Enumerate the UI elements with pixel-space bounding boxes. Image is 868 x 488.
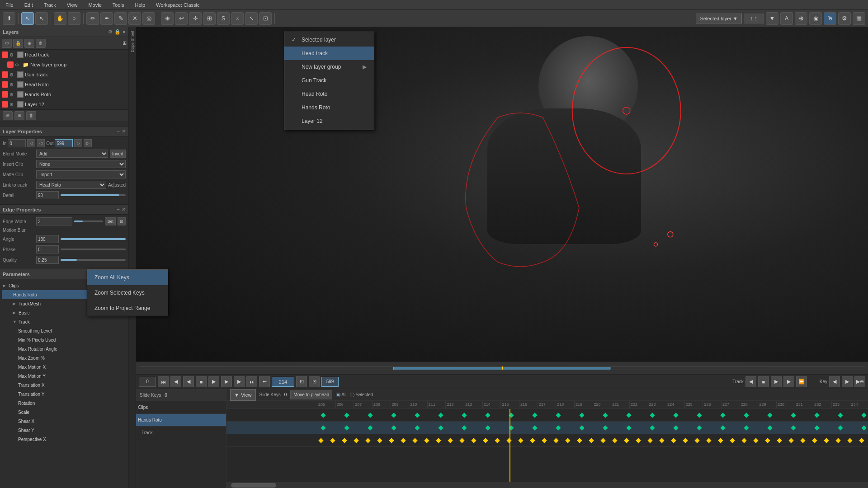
view-icon-3[interactable]: ◉ bbox=[809, 12, 822, 25]
dropdown-head-roto[interactable]: Head Roto bbox=[284, 87, 374, 101]
btn-stop[interactable]: ■ bbox=[196, 376, 207, 387]
layer-vis-gun-track[interactable] bbox=[2, 71, 8, 78]
btn-loop[interactable]: ↩ bbox=[259, 376, 270, 387]
param-shear-x[interactable]: Shear X bbox=[2, 417, 127, 426]
angle-input[interactable] bbox=[36, 235, 59, 243]
layer-item-head-roto[interactable]: ⚙ Head Roto bbox=[0, 80, 128, 89]
layer-vis-hands-roto[interactable] bbox=[2, 91, 8, 98]
btn-key-next[interactable]: ▶ bbox=[842, 376, 853, 387]
param-max-motion-y[interactable]: Max Motion Y bbox=[2, 371, 127, 380]
matte-clip-select[interactable]: Import bbox=[36, 170, 126, 178]
link-track-select[interactable]: Head Roto bbox=[36, 181, 106, 189]
in-slider-btn2[interactable]: ◁ bbox=[37, 139, 45, 147]
vtab-dope-sheet[interactable]: Dope Sheet bbox=[129, 29, 136, 54]
layer-color-btn[interactable]: ◉ bbox=[24, 39, 34, 48]
view-menu-zoom-selected[interactable]: Zoom Selected Keys bbox=[87, 285, 168, 300]
blend-mode-select[interactable]: Add bbox=[36, 150, 108, 158]
invert-btn[interactable]: Invert bbox=[110, 150, 126, 158]
dropdown-hands-roto[interactable]: Hands Roto bbox=[284, 101, 374, 114]
btn-step-fwd[interactable]: ▶ bbox=[221, 376, 232, 387]
layers-expand-icon[interactable]: ⊞ bbox=[123, 40, 127, 46]
layer-vis-new-group[interactable] bbox=[7, 61, 14, 68]
out-input[interactable] bbox=[55, 139, 73, 147]
dropdown-new-layer-group[interactable]: New layer group ▶ bbox=[284, 60, 374, 74]
param-track[interactable]: ▼ Track bbox=[2, 317, 127, 326]
btn-clip-out[interactable]: ⊡ bbox=[309, 376, 320, 387]
btn-key-prev[interactable]: ◀ bbox=[829, 376, 840, 387]
btn-track-play[interactable]: ▶ bbox=[771, 376, 782, 387]
btn-next-key[interactable]: ▶ bbox=[234, 376, 245, 387]
tool-link[interactable]: ⊕ bbox=[161, 12, 174, 25]
in-slider-btn[interactable]: ◁ bbox=[27, 139, 35, 147]
menu-file[interactable]: File bbox=[4, 1, 15, 9]
edge-props-min-icon[interactable]: − bbox=[117, 206, 120, 212]
layer-vis-layer12[interactable] bbox=[2, 101, 8, 108]
phase-slider[interactable] bbox=[61, 249, 126, 250]
detail-slider[interactable] bbox=[61, 194, 126, 196]
tool-s[interactable]: S bbox=[217, 12, 230, 25]
btn-track-prev[interactable]: ◀ bbox=[745, 376, 756, 387]
menu-tools[interactable]: Tools bbox=[111, 1, 126, 9]
layer-vis-head-track[interactable] bbox=[2, 52, 8, 58]
layer-bottom-btn2[interactable]: ⊕ bbox=[14, 111, 24, 120]
param-smoothing[interactable]: Smoothing Level bbox=[2, 326, 127, 335]
layer-del-btn[interactable]: 🗑 bbox=[36, 39, 46, 48]
tool-pencil[interactable]: ✎ bbox=[114, 12, 127, 25]
layer-item-hands-roto[interactable]: ⚙ Hands Roto bbox=[0, 89, 128, 99]
insert-clip-select[interactable]: None bbox=[36, 160, 126, 168]
timeline-scrollbar[interactable] bbox=[226, 482, 868, 488]
out-slider-btn[interactable]: ▷ bbox=[74, 139, 82, 147]
edge-width-input[interactable] bbox=[36, 217, 72, 225]
layer-props-close-icon[interactable]: ✕ bbox=[122, 128, 126, 134]
view-menu-zoom-all[interactable]: Zoom All Keys bbox=[87, 270, 168, 285]
btn-track-end[interactable]: ▶ bbox=[783, 376, 794, 387]
dropdown-gun-track[interactable]: Gun Track bbox=[284, 74, 374, 87]
current-frame-input[interactable] bbox=[272, 377, 294, 387]
edge-set-btn[interactable]: Set bbox=[105, 217, 116, 225]
btn-skip-to-start[interactable]: ⏮ bbox=[158, 376, 169, 387]
btn-key-end[interactable]: ▶⊕ bbox=[854, 376, 865, 387]
layer-item-layer12[interactable]: ⚙ Layer 12 bbox=[0, 99, 128, 109]
param-scale[interactable]: Scale bbox=[2, 408, 127, 417]
tool-curve[interactable]: ↩ bbox=[175, 12, 188, 25]
layers-color-icon[interactable]: ● bbox=[123, 29, 126, 35]
move-to-playhead-btn[interactable]: Move to playhead bbox=[290, 390, 332, 399]
edge-props-close-icon[interactable]: ✕ bbox=[122, 206, 126, 212]
btn-track-stop[interactable]: ■ bbox=[758, 376, 769, 387]
param-max-zoom[interactable]: Max Zoom % bbox=[2, 353, 127, 362]
layers-lock-icon[interactable]: 🔒 bbox=[114, 29, 121, 35]
layer-item-head-track[interactable]: ⚙ Head track bbox=[0, 50, 128, 60]
quality-slider[interactable] bbox=[61, 259, 126, 261]
view-icon-5[interactable]: ▦ bbox=[853, 12, 865, 25]
param-rotation[interactable]: Rotation bbox=[2, 399, 127, 408]
layer-item-new-group[interactable]: ⚙ 📁 New layer group bbox=[5, 60, 128, 70]
tool-pen[interactable]: ✏ bbox=[86, 12, 99, 25]
param-min-pixels[interactable]: Min % Pixels Used bbox=[2, 335, 127, 344]
view-icon-2[interactable]: ⊕ bbox=[795, 12, 807, 25]
menu-track[interactable]: Track bbox=[42, 1, 58, 9]
btn-play[interactable]: ▶ bbox=[208, 376, 219, 387]
menu-workspace[interactable]: Workspace: Classic bbox=[154, 1, 201, 9]
btn-track-ffwd[interactable]: ⏩ bbox=[796, 376, 807, 387]
scrollbar-thumb[interactable] bbox=[231, 483, 276, 488]
layer-add-btn[interactable]: ⚙ bbox=[2, 39, 12, 48]
btn-skip-to-end[interactable]: ⏭ bbox=[246, 376, 257, 387]
start-frame-input[interactable] bbox=[139, 377, 156, 387]
selected-layer-btn[interactable]: Selected layer ▼ bbox=[696, 14, 742, 23]
viewport[interactable] bbox=[136, 27, 868, 361]
param-max-motion-x[interactable]: Max Motion X bbox=[2, 362, 127, 371]
view-dropdown-btn[interactable]: ▼ View bbox=[230, 389, 256, 401]
dropdown-head-track[interactable]: Head track bbox=[284, 47, 374, 60]
zoom-input[interactable] bbox=[744, 14, 764, 23]
out-slider-btn2[interactable]: ▷ bbox=[84, 139, 92, 147]
tool-pen2[interactable]: ✒ bbox=[100, 12, 113, 25]
timeline-range-bar[interactable] bbox=[139, 366, 865, 370]
layer-lock-btn[interactable]: 🔒 bbox=[13, 39, 23, 48]
menu-view[interactable]: View bbox=[65, 1, 80, 9]
view-menu-zoom-project[interactable]: Zoom to Project Range bbox=[87, 300, 168, 316]
param-trans-x[interactable]: Translation X bbox=[2, 380, 127, 389]
view-icon-playhead[interactable]: 🖱 bbox=[824, 12, 836, 25]
param-shear-y[interactable]: Shear Y bbox=[2, 426, 127, 435]
param-perspective-x[interactable]: Perspective X bbox=[2, 435, 127, 444]
tool-crop[interactable]: ⊡ bbox=[259, 12, 272, 25]
